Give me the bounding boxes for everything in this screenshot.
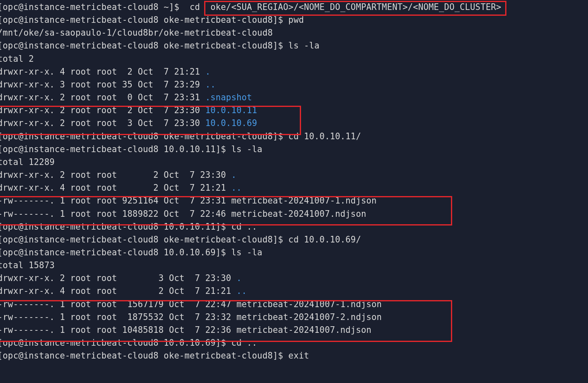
terminal-line: [opc@instance-metricbeat-cloud8 oke-metr… [0,14,588,27]
terminal-line: -rw-------. 1 root root 1875532 Oct 7 23… [0,311,588,324]
terminal-line: total 15873 [0,259,588,272]
file-name: metricbeat-20241007-1.ndjson [231,196,376,206]
shell-command[interactable]: cd oke/<SUA_REGIAO>/<NOME_DO_COMPARTMENT… [185,2,501,12]
output-text: total 15873 [0,260,55,270]
terminal-line: /mnt/oke/sa-saopaulo-1/cloud8br/oke-metr… [0,27,588,39]
terminal-line: -rw-------. 1 root root 9251164 Oct 7 23… [0,194,588,207]
terminal-line: [opc@instance-metricbeat-cloud8 oke-metr… [0,349,588,362]
terminal-line: drwxr-xr-x. 2 root root 0 Oct 7 23:31 .s… [0,91,588,104]
file-perms: drwxr-xr-x. 2 root root 3 Oct 7 23:30 [0,273,236,283]
file-perms: drwxr-xr-x. 4 root root 2 Oct 7 21:21 [0,286,236,296]
shell-prompt: [opc@instance-metricbeat-cloud8 oke-metr… [0,131,288,141]
terminal-line: drwxr-xr-x. 4 root root 2 Oct 7 21:21 .. [0,182,588,194]
file-perms: drwxr-xr-x. 4 root root 2 Oct 7 21:21 [0,67,205,77]
shell-command[interactable]: cd .. [231,222,257,232]
dir-name: . [231,170,236,180]
shell-prompt: [opc@instance-metricbeat-cloud8 10.0.10.… [0,247,231,257]
shell-command[interactable]: ls -la [231,247,262,257]
shell-command[interactable]: ls -la [288,41,319,51]
terminal-line: [opc@instance-metricbeat-cloud8 10.0.10.… [0,221,588,233]
dir-name: 10.0.10.11 [205,105,257,115]
shell-command[interactable]: pwd [288,15,304,25]
terminal-line: drwxr-xr-x. 2 root root 2 Oct 7 23:30 10… [0,104,588,117]
terminal-line: [opc@instance-metricbeat-cloud8 oke-metr… [0,39,588,52]
terminal-line: drwxr-xr-x. 2 root root 3 Oct 7 23:30 10… [0,117,588,130]
file-perms: drwxr-xr-x. 2 root root 0 Oct 7 23:31 [0,92,205,102]
terminal-line: total 2 [0,53,588,65]
shell-prompt: [opc@instance-metricbeat-cloud8 oke-metr… [0,351,288,361]
file-perms: drwxr-xr-x. 2 root root 3 Oct 7 23:30 [0,118,205,128]
file-name: metricbeat-20241007.ndjson [231,209,366,219]
terminal-line: [opc@instance-metricbeat-cloud8 10.0.10.… [0,143,588,156]
file-perms: drwxr-xr-x. 3 root root 35 Oct 7 23:29 [0,80,205,90]
file-perms: drwxr-xr-x. 2 root root 2 Oct 7 23:30 [0,170,231,180]
shell-command[interactable]: exit [288,351,309,361]
output-text: total 12289 [0,157,55,167]
terminal-line: drwxr-xr-x. 2 root root 2 Oct 7 23:30 . [0,169,588,182]
file-perms: -rw-------. 1 root root 1875532 Oct 7 23… [0,312,236,322]
dir-name: .. [205,80,216,90]
terminal-line: drwxr-xr-x. 4 root root 2 Oct 7 21:21 .. [0,285,588,298]
dir-name: . [205,67,211,77]
terminal-output: [opc@instance-metricbeat-cloud8 ~]$ cd o… [0,1,588,362]
shell-prompt: [opc@instance-metricbeat-cloud8 ~]$ [0,2,185,12]
file-perms: -rw-------. 1 root root 10485818 Oct 7 2… [0,325,236,335]
shell-command[interactable]: cd 10.0.10.69/ [288,235,361,245]
file-perms: -rw-------. 1 root root 1889822 Oct 7 22… [0,209,231,219]
shell-prompt: [opc@instance-metricbeat-cloud8 10.0.10.… [0,222,231,232]
dir-name: . [236,273,242,283]
terminal-line: [opc@instance-metricbeat-cloud8 ~]$ cd o… [0,1,588,14]
file-perms: drwxr-xr-x. 4 root root 2 Oct 7 21:21 [0,183,231,193]
file-name: metricbeat-20241007.ndjson [236,325,371,335]
file-perms: -rw-------. 1 root root 1567179 Oct 7 22… [0,299,236,309]
file-name: metricbeat-20241007-1.ndjson [236,299,382,309]
file-perms: -rw-------. 1 root root 9251164 Oct 7 23… [0,196,231,206]
terminal-line: [opc@instance-metricbeat-cloud8 oke-metr… [0,233,588,246]
output-text: total 2 [0,54,34,64]
shell-prompt: [opc@instance-metricbeat-cloud8 10.0.10.… [0,338,231,348]
dir-name: 10.0.10.69 [205,118,257,128]
shell-prompt: [opc@instance-metricbeat-cloud8 oke-metr… [0,15,288,25]
terminal-line: -rw-------. 1 root root 1567179 Oct 7 22… [0,298,588,311]
shell-command[interactable]: cd .. [231,338,257,348]
shell-command[interactable]: cd 10.0.10.11/ [288,131,361,141]
terminal-line: [opc@instance-metricbeat-cloud8 10.0.10.… [0,337,588,349]
terminal-line: total 12289 [0,156,588,169]
dir-name: .. [236,286,247,296]
shell-prompt: [opc@instance-metricbeat-cloud8 oke-metr… [0,235,288,245]
terminal-line: -rw-------. 1 root root 10485818 Oct 7 2… [0,324,588,337]
shell-command[interactable]: ls -la [231,144,262,154]
file-name: metricbeat-20241007-2.ndjson [236,312,382,322]
shell-prompt: [opc@instance-metricbeat-cloud8 10.0.10.… [0,144,231,154]
terminal-line: drwxr-xr-x. 3 root root 35 Oct 7 23:29 .… [0,78,588,91]
dir-name: .snapshot [205,92,252,102]
terminal-line: [opc@instance-metricbeat-cloud8 oke-metr… [0,130,588,143]
terminal-line: drwxr-xr-x. 4 root root 2 Oct 7 21:21 . [0,65,588,78]
shell-prompt: [opc@instance-metricbeat-cloud8 oke-metr… [0,41,288,51]
dir-name: .. [231,183,241,193]
output-text: /mnt/oke/sa-saopaulo-1/cloud8br/oke-metr… [0,28,273,38]
terminal-line: [opc@instance-metricbeat-cloud8 10.0.10.… [0,246,588,259]
terminal-line: -rw-------. 1 root root 1889822 Oct 7 22… [0,208,588,221]
terminal-line: drwxr-xr-x. 2 root root 3 Oct 7 23:30 . [0,272,588,285]
file-perms: drwxr-xr-x. 2 root root 2 Oct 7 23:30 [0,105,205,115]
